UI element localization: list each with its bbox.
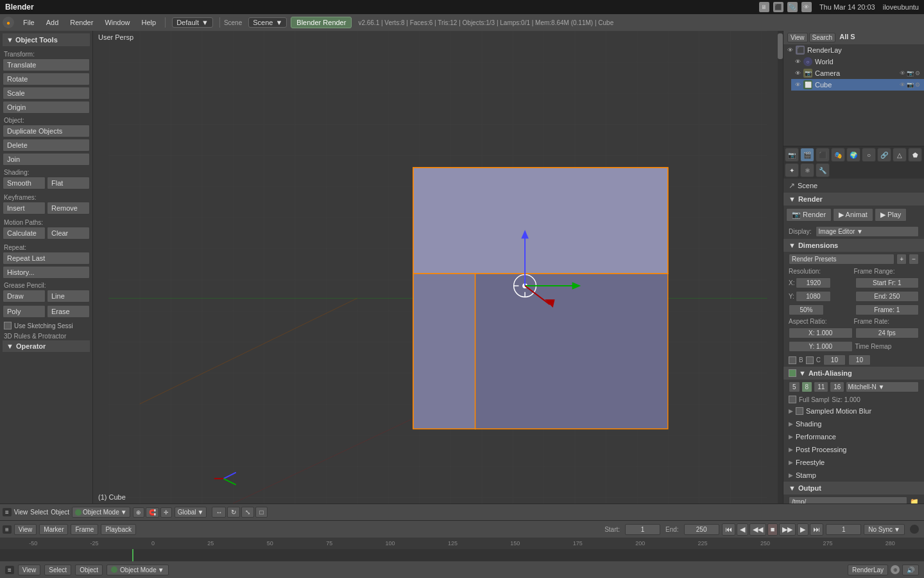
start-frame-tl-field[interactable]: 1 bbox=[625, 524, 660, 535]
next-frame-btn[interactable]: ▶ bbox=[797, 523, 809, 536]
current-frame-tl-field[interactable]: 1 bbox=[826, 524, 861, 535]
delete-btn[interactable]: Delete bbox=[3, 139, 90, 152]
calculate-btn[interactable]: Calculate bbox=[3, 227, 46, 240]
tab-particles[interactable]: ✦ bbox=[785, 163, 799, 177]
tab-world[interactable]: 🌍 bbox=[846, 148, 860, 162]
tab-camera[interactable]: 📷 bbox=[785, 148, 799, 162]
scale-icon-btn[interactable]: ⤡ bbox=[241, 507, 254, 518]
display-select[interactable]: Image Editor ▼ bbox=[816, 226, 919, 237]
translate-btn[interactable]: Translate bbox=[3, 58, 90, 71]
tl-frame-btn[interactable]: Frame bbox=[71, 524, 98, 535]
viewport-scrollbar[interactable] bbox=[778, 31, 783, 504]
tab-layers[interactable]: ⬛ bbox=[816, 148, 830, 162]
tab-scene[interactable]: 🎭 bbox=[831, 148, 845, 162]
search-btn[interactable]: Search bbox=[809, 33, 836, 42]
play-backward-btn[interactable]: ◀◀ bbox=[749, 523, 766, 536]
select-icon-btn[interactable]: □ bbox=[255, 507, 267, 518]
speaker-icon[interactable]: 🔊 bbox=[902, 565, 919, 575]
rotate-icon-btn[interactable]: ↻ bbox=[227, 507, 240, 518]
aa-16-btn[interactable]: 16 bbox=[830, 381, 844, 392]
y-res-field[interactable]: 1080 bbox=[796, 291, 831, 302]
snapping-btn[interactable]: 🧲 bbox=[146, 507, 159, 518]
sync-select[interactable]: No Sync ▼ bbox=[864, 524, 905, 535]
pivot-btn[interactable]: ⊕ bbox=[133, 507, 144, 518]
menu-window[interactable]: Window bbox=[99, 17, 135, 28]
folder-icon[interactable]: 📁 bbox=[910, 498, 919, 504]
tab-constraints[interactable]: 🔗 bbox=[877, 148, 891, 162]
status-select-btn[interactable]: Select bbox=[44, 565, 71, 575]
post-processing-row[interactable]: ▶ Post Processing bbox=[783, 443, 924, 456]
stamp-row[interactable]: ▶ Stamp bbox=[783, 469, 924, 482]
aspect-x-field[interactable]: X: 1.000 bbox=[789, 328, 853, 338]
status-mode-select[interactable]: Object Mode ▼ bbox=[107, 565, 169, 575]
play-btn-render[interactable]: ▶ Play bbox=[875, 208, 907, 222]
smooth-btn[interactable]: Smooth bbox=[3, 177, 46, 189]
output-header[interactable]: ▼ Output bbox=[783, 482, 924, 495]
scale-btn[interactable]: Scale bbox=[3, 87, 90, 100]
timeline-track[interactable] bbox=[0, 549, 924, 561]
dimensions-header[interactable]: ▼ Dimensions bbox=[783, 239, 924, 252]
render-layer-btn[interactable]: RenderLay bbox=[848, 565, 888, 575]
tab-data[interactable]: △ bbox=[893, 148, 907, 162]
status-menu-icon[interactable]: ≡ bbox=[5, 566, 14, 574]
viewport-menu-icon[interactable]: ≡ bbox=[3, 508, 12, 516]
workspace-selector[interactable]: Default ▼ bbox=[172, 17, 213, 28]
select-menu-btn[interactable]: Select bbox=[30, 509, 48, 516]
menu-file[interactable]: File bbox=[18, 17, 40, 28]
tl-view-btn[interactable]: View bbox=[14, 524, 37, 535]
freestyle-row[interactable]: ▶ Freestyle bbox=[783, 456, 924, 469]
time-out-field[interactable]: 10 bbox=[848, 355, 871, 365]
tl-menu-icon[interactable]: ≡ bbox=[3, 525, 12, 534]
tab-object[interactable]: ○ bbox=[862, 148, 876, 162]
aa-checkbox[interactable] bbox=[789, 369, 796, 377]
fps-field[interactable]: 24 fps bbox=[855, 328, 920, 338]
outliner-item-camera[interactable]: 👁 📷 Camera 👁 📷 ⚙ bbox=[791, 67, 924, 79]
sampled-motion-blur-row[interactable]: ▶ Sampled Motion Blur bbox=[783, 405, 924, 417]
line-btn[interactable]: Line bbox=[47, 290, 90, 302]
cursor-icon[interactable]: ⊕ bbox=[891, 565, 900, 574]
status-view-btn[interactable]: View bbox=[18, 565, 41, 575]
origin-btn[interactable]: Origin bbox=[3, 101, 90, 114]
timeline-ruler[interactable]: -50 -25 0 25 50 75 100 125 150 175 200 2… bbox=[0, 538, 924, 549]
play-forward-btn[interactable]: ▶▶ bbox=[779, 523, 796, 536]
join-btn[interactable]: Join bbox=[3, 153, 90, 166]
use-sketching-checkbox[interactable] bbox=[4, 322, 12, 329]
prev-frame-btn[interactable]: ◀ bbox=[737, 523, 748, 536]
outliner-item-cube[interactable]: 👁 ⬜ Cube 👁 📷 ⚙ bbox=[791, 79, 924, 91]
mode-select[interactable]: Object Mode ▼ bbox=[72, 507, 130, 518]
start-frame-field[interactable]: Start Fr: 1 bbox=[855, 277, 920, 288]
view-btn[interactable]: View bbox=[787, 33, 808, 42]
duplicate-objects-btn[interactable]: Duplicate Objects bbox=[3, 125, 90, 137]
repeat-last-btn[interactable]: Repeat Last bbox=[3, 252, 90, 265]
erase-btn[interactable]: Erase bbox=[47, 305, 90, 318]
pivot-select[interactable]: Global ▼ bbox=[175, 507, 207, 518]
frame-curr-field[interactable]: Frame: 1 bbox=[855, 304, 920, 315]
tab-render[interactable]: 🎬 bbox=[800, 148, 814, 162]
time-in-field[interactable]: 10 bbox=[823, 355, 846, 365]
remove-preset-btn[interactable]: − bbox=[909, 254, 919, 265]
grab-icon-btn[interactable]: ↔ bbox=[212, 507, 226, 518]
outliner-item-renderlayer[interactable]: 👁 ⬛ RenderLay bbox=[783, 44, 924, 56]
render-presets-btn[interactable]: Render Presets bbox=[789, 254, 894, 265]
end-frame-tl-field[interactable]: 250 bbox=[684, 524, 719, 535]
aa-header[interactable]: ▼ Anti-Aliasing bbox=[783, 367, 924, 380]
output-path-field[interactable]: /tmp/ bbox=[789, 496, 907, 504]
menu-add[interactable]: Add bbox=[41, 17, 64, 28]
outliner-item-world[interactable]: 👁 ○ World bbox=[791, 56, 924, 67]
object-menu-btn[interactable]: Object bbox=[51, 509, 69, 516]
manipulator-btn[interactable]: ✛ bbox=[160, 507, 172, 518]
flat-btn[interactable]: Flat bbox=[47, 177, 90, 189]
engine-selector[interactable]: Blender Render bbox=[291, 17, 352, 28]
scene-selector[interactable]: Scene ▼ bbox=[248, 17, 287, 28]
x-res-field[interactable]: 1920 bbox=[796, 277, 831, 288]
tab-material[interactable]: ⬟ bbox=[908, 148, 922, 162]
status-object-btn[interactable]: Object bbox=[75, 565, 103, 575]
viewport[interactable]: User Persp bbox=[93, 31, 783, 504]
aspect-y-field[interactable]: Y: 1.000 bbox=[789, 341, 853, 352]
performance-row[interactable]: ▶ Performance bbox=[783, 430, 924, 443]
add-preset-btn[interactable]: + bbox=[896, 254, 907, 265]
remove-btn[interactable]: Remove bbox=[47, 202, 90, 215]
full-sample-checkbox[interactable] bbox=[789, 396, 796, 403]
tab-modifier[interactable]: 🔧 bbox=[816, 163, 830, 177]
aa-8-btn[interactable]: 8 bbox=[801, 381, 813, 392]
